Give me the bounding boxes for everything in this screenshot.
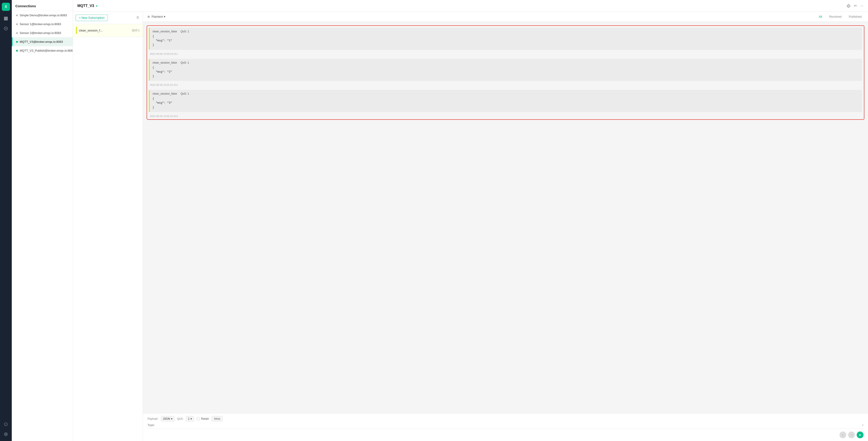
- svg-rect-1: [6, 17, 7, 18]
- message-qos-2: QoS: 1: [181, 61, 189, 64]
- content-area: + New Subscription clean_session_f... Qo…: [73, 12, 868, 441]
- power-icon[interactable]: ⏻: [847, 4, 850, 8]
- sidebar: X: [0, 0, 12, 441]
- message-timestamp-2: 2022-09-06 15:55:23:413: [147, 83, 864, 88]
- connection-label: Sensor 2@broker.emqx.io:8083: [20, 31, 61, 35]
- topbar: MQTT_V3 ▾ ⏻ ✏ ···: [73, 0, 868, 12]
- bottom-toolbar: Payload: JSON ▾ QoS: 1 ▾ Retain Meta: [148, 416, 864, 421]
- qos-value: 1: [188, 417, 190, 420]
- qos-chevron: ▾: [190, 417, 192, 420]
- sidebar-item-settings[interactable]: [2, 430, 10, 438]
- connections-panel: Connections Simple Demo@broker.emqx.io:8…: [12, 0, 73, 441]
- connection-status-dot: [16, 41, 18, 43]
- message-qos-3: QoS: 1: [181, 92, 189, 95]
- edit-icon[interactable]: ✏: [854, 4, 857, 8]
- connection-item-mqtt-v3[interactable]: MQTT_V3@broker.emqx.io:8083: [12, 37, 73, 46]
- message-bubble-3: clean_session_false QoS: 1 { "msg": "3"}: [149, 90, 862, 112]
- subscriptions-list-icon[interactable]: [135, 15, 140, 21]
- svg-rect-2: [4, 19, 5, 20]
- sidebar-item-add[interactable]: [2, 25, 10, 33]
- qos-select[interactable]: 1 ▾: [186, 416, 194, 421]
- main-content: MQTT_V3 ▾ ⏻ ✏ ··· + New Subscription cle…: [73, 0, 868, 441]
- message-body-1: { "msg": "1"}: [153, 34, 859, 48]
- svg-rect-3: [6, 19, 7, 20]
- message-accent-bar: [149, 90, 150, 112]
- connection-status-dot: [16, 50, 18, 52]
- plaintext-chevron: ▾: [164, 15, 165, 18]
- connection-status-dot: [16, 32, 18, 34]
- connection-label: MQTT_V3_Publish@broker.emqx.io:8083: [20, 49, 74, 52]
- subscription-accent-bar: [76, 27, 77, 34]
- filter-tab-received[interactable]: Received: [828, 14, 843, 19]
- connection-item-mqtt-v3-publish[interactable]: MQTT_V3_Publish@broker.emqx.io:8083: [12, 46, 73, 55]
- new-subscription-button[interactable]: + New Subscription: [75, 14, 108, 21]
- message-body-3: { "msg": "3"}: [153, 97, 859, 110]
- subscription-item[interactable]: clean_session_f... QoS 1: [73, 24, 143, 37]
- topbar-left: MQTT_V3 ▾: [78, 4, 97, 8]
- meta-button[interactable]: Meta: [212, 416, 223, 421]
- subscription-topic: clean_session_f...: [79, 29, 132, 32]
- connection-item-simple-demo[interactable]: Simple Demo@broker.emqx.io:8083: [12, 11, 73, 20]
- messages-toolbar-right: All Received Published: [817, 14, 864, 19]
- message-accent-bar: [149, 28, 150, 50]
- messages-area: Plaintext ▾ All Received Published: [143, 12, 868, 441]
- message-timestamp-1: 2022-09-06 15:55:23:411: [147, 52, 864, 57]
- subscription-qos: QoS 1: [132, 29, 140, 32]
- filter-tab-published[interactable]: Published: [847, 14, 864, 19]
- more-icon[interactable]: ···: [861, 4, 864, 8]
- qos-label: QoS:: [177, 417, 183, 420]
- message-bubble-1: clean_session_false QoS: 1 { "msg": "1"}: [149, 28, 862, 50]
- connection-status-chevron[interactable]: ▾: [96, 4, 97, 8]
- filter-tab-all[interactable]: All: [817, 14, 824, 19]
- plaintext-button[interactable]: Plaintext ▾: [152, 15, 165, 18]
- connection-label: Simple Demo@broker.emqx.io:8083: [20, 13, 67, 17]
- message-topic-1: clean_session_false: [153, 30, 177, 33]
- retain-toggle[interactable]: [197, 417, 200, 420]
- message-header-1: clean_session_false QoS: 1: [153, 30, 859, 33]
- message-header-2: clean_session_false QoS: 1: [153, 61, 859, 64]
- plaintext-dot: [148, 16, 150, 18]
- sidebar-item-info[interactable]: [2, 420, 10, 428]
- connection-label: Sensor 1@broker.emqx.io:8083: [20, 22, 61, 26]
- topbar-right: ⏻ ✏ ···: [847, 4, 864, 8]
- send-button[interactable]: ➤: [857, 432, 864, 438]
- message-qos-1: QoS: 1: [181, 30, 189, 33]
- messages-list: clean_session_false QoS: 1 { "msg": "1"}…: [143, 22, 868, 413]
- connection-item-sensor2[interactable]: Sensor 2@broker.emqx.io:8083: [12, 29, 73, 37]
- connection-status-dot: [16, 14, 18, 16]
- bottom-actions: ← → ➤: [148, 431, 864, 438]
- subscriptions-panel: + New Subscription clean_session_f... Qo…: [73, 12, 143, 441]
- logo: X: [2, 3, 10, 11]
- retain-label: Retain: [201, 417, 209, 420]
- message-timestamp-3: 2022-09-06 15:55:23:414: [147, 114, 864, 119]
- retain-row: Retain: [197, 417, 209, 420]
- message-body-2: { "msg": "2"}: [153, 66, 859, 79]
- back-button[interactable]: ←: [839, 432, 846, 438]
- format-select[interactable]: JSON ▾: [161, 416, 175, 421]
- message-topic-2: clean_session_false: [153, 61, 177, 64]
- connections-title: Connections: [12, 0, 73, 11]
- topic-input-row: ▾: [148, 423, 864, 429]
- connection-label: MQTT_V3@broker.emqx.io:8083: [20, 40, 63, 43]
- forward-button[interactable]: →: [848, 432, 855, 438]
- messages-toolbar-left: Plaintext ▾: [148, 15, 165, 18]
- bottom-panel: Payload: JSON ▾ QoS: 1 ▾ Retain Meta: [143, 413, 868, 441]
- payload-label: Payload:: [148, 417, 158, 420]
- message-accent-bar: [149, 59, 150, 81]
- connection-item-sensor1[interactable]: Sensor 1@broker.emqx.io:8083: [12, 20, 73, 29]
- message-topic-3: clean_session_false: [153, 92, 177, 95]
- messages-toolbar: Plaintext ▾ All Received Published: [143, 12, 868, 22]
- format-chevron: ▾: [171, 417, 173, 420]
- topic-chevron: ▾: [862, 423, 864, 427]
- connection-status-dot: [16, 23, 18, 25]
- message-header-3: clean_session_false QoS: 1: [153, 92, 859, 95]
- message-group: clean_session_false QoS: 1 { "msg": "1"}…: [147, 25, 864, 120]
- subscriptions-toolbar: + New Subscription: [73, 12, 143, 24]
- sidebar-item-connections[interactable]: [2, 14, 10, 23]
- format-value: JSON: [163, 417, 170, 420]
- topic-input[interactable]: [148, 423, 862, 427]
- svg-point-10: [5, 434, 6, 435]
- svg-rect-0: [4, 17, 5, 18]
- message-bubble-2: clean_session_false QoS: 1 { "msg": "2"}: [149, 59, 862, 81]
- topbar-title: MQTT_V3: [78, 4, 94, 8]
